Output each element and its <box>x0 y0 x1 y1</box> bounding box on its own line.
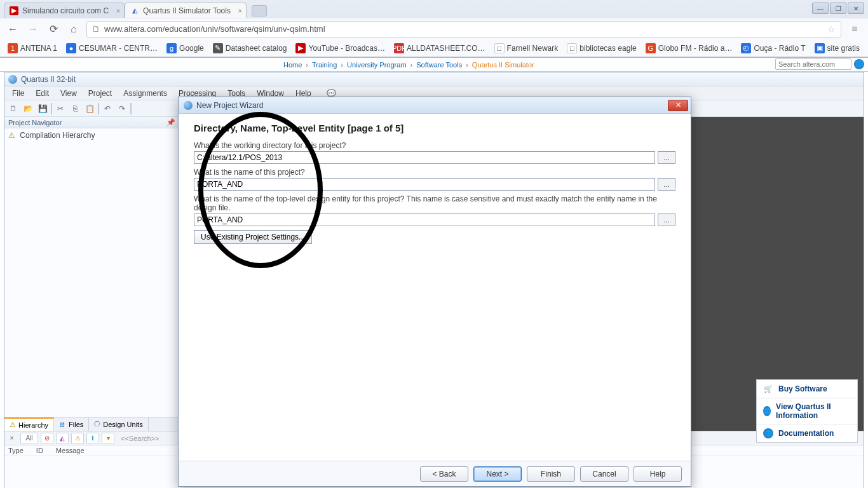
menu-project[interactable]: Project <box>83 88 117 99</box>
menu-file[interactable]: File <box>7 88 29 99</box>
bookmark-item[interactable]: ▶YouTube - Broadcas… <box>293 42 388 55</box>
bookmark-icon: 1 <box>8 43 18 53</box>
bookmark-item[interactable]: GGlobo FM - Rádio a… <box>643 42 735 55</box>
label-top-entity: What is the name of the top-level design… <box>194 194 675 212</box>
menu-assignments[interactable]: Assignments <box>118 88 172 99</box>
site-search: 🌐 <box>775 58 864 70</box>
new-tab-button[interactable] <box>252 5 267 17</box>
tab-files[interactable]: 🗎Files <box>54 417 89 431</box>
new-project-wizard-dialog: New Project Wizard ✕ Directory, Name, To… <box>178 97 691 487</box>
address-bar[interactable]: 🗋 www.altera.com/education/univ/software… <box>86 21 841 37</box>
msg-filter-info-icon[interactable]: ℹ <box>86 433 99 444</box>
browser-tab-active[interactable]: ◭ Quartus II Simulator Tools × <box>125 3 247 18</box>
help-button[interactable]: Help <box>634 466 682 482</box>
crumb-current: Quartus II Simulator <box>472 61 534 69</box>
bookmark-item[interactable]: PDFALLDATASHEET.CO… <box>391 42 488 55</box>
msg-filter-warning-icon[interactable]: ⚠ <box>71 433 84 444</box>
search-input[interactable] <box>775 58 851 70</box>
cancel-button[interactable]: Cancel <box>580 466 628 482</box>
bookmark-item[interactable]: ▣site gratis <box>812 42 862 55</box>
nav-toolbar: ← → ⟳ ⌂ 🗋 www.altera.com/education/univ/… <box>0 18 868 39</box>
forward-button[interactable]: → <box>25 22 41 37</box>
reload-button[interactable]: ⟳ <box>46 22 61 37</box>
crumb-link[interactable]: Home <box>283 61 302 69</box>
quartus-titlebar: Quartus II 32-bit <box>4 72 864 86</box>
view-info-button[interactable]: 🌐 View Quartus II Information <box>757 398 857 424</box>
msg-filter-critical-icon[interactable]: ◭ <box>56 433 69 444</box>
new-icon[interactable]: 🗋 <box>7 102 20 115</box>
open-icon[interactable]: 📂 <box>22 102 34 115</box>
bookmark-icon: ✎ <box>213 43 223 53</box>
browse-dir-button[interactable]: ... <box>658 151 675 164</box>
tab-hierarchy[interactable]: ⚠Hierarchy <box>4 417 54 431</box>
tab-close-icon[interactable]: × <box>238 7 241 15</box>
save-icon[interactable]: 💾 <box>36 102 49 115</box>
toolbar-divider <box>130 103 132 114</box>
tab-design-units[interactable]: ⎔Design Units <box>89 417 148 431</box>
msg-search-placeholder[interactable]: <<Search>> <box>121 435 159 442</box>
project-tree[interactable]: ⚠ Compilation Hierarchy <box>4 128 179 417</box>
undo-icon[interactable]: ↶ <box>101 102 114 115</box>
col-type: Type <box>8 447 24 454</box>
back-button[interactable]: ← <box>5 22 20 37</box>
msg-filter-extra-icon[interactable]: ▾ <box>102 433 114 444</box>
browse-name-button[interactable]: ... <box>658 178 675 191</box>
msg-filter-error-icon[interactable]: ⊘ <box>41 433 53 444</box>
search-go-icon[interactable]: 🌐 <box>854 59 864 69</box>
side-action-panel: 🛒 Buy Software 🌐 View Quartus II Informa… <box>756 379 858 443</box>
bookmark-item[interactable]: □bibliotecas eagle <box>564 42 639 55</box>
use-existing-settings-button[interactable]: Use Existing Project Settings... <box>194 230 312 244</box>
bookmark-item[interactable]: □Farnell Newark <box>492 42 561 55</box>
browse-entity-button[interactable]: ... <box>658 214 675 226</box>
browser-tab[interactable]: ▶ Simulando circuito com C × <box>4 3 125 18</box>
bookmark-star-icon[interactable]: ☆ <box>827 24 836 34</box>
dialog-title: New Project Wizard <box>196 101 263 110</box>
tab-title: Quartus II Simulator Tools <box>143 6 231 15</box>
globe-icon: 🗋 <box>92 24 100 34</box>
next-button[interactable]: Next > <box>473 466 522 482</box>
bookmark-icon: ◴ <box>741 43 751 53</box>
altera-header: Home› Training› University Program› Soft… <box>0 58 868 72</box>
crumb-link[interactable]: Software Tools <box>416 61 462 69</box>
paste-icon[interactable]: 📋 <box>83 102 96 115</box>
redo-icon[interactable]: ↷ <box>116 102 128 115</box>
dialog-close-button[interactable]: ✕ <box>668 100 688 111</box>
bookmark-item[interactable]: ●CESUMAR - CENTR… <box>64 42 160 55</box>
label-project-name: What is the name of this project? <box>194 168 675 177</box>
dialog-titlebar[interactable]: New Project Wizard ✕ <box>179 97 691 114</box>
project-name-input[interactable] <box>194 178 655 191</box>
working-dir-input[interactable] <box>194 151 655 164</box>
dialog-body: Directory, Name, Top-Level Entity [page … <box>179 114 691 461</box>
menu-edit[interactable]: Edit <box>31 88 54 99</box>
buy-software-button[interactable]: 🛒 Buy Software <box>757 380 857 398</box>
label-working-dir: What is the working directory for this p… <box>194 141 675 150</box>
chrome-menu-button[interactable]: ≡ <box>846 21 863 37</box>
copy-icon[interactable]: ⎘ <box>69 102 81 115</box>
page-icon: □ <box>567 43 577 53</box>
pin-icon[interactable]: 📌 <box>166 118 175 126</box>
finish-button[interactable]: Finish <box>527 466 575 482</box>
back-button[interactable]: < Back <box>420 466 468 482</box>
bookmark-icon: ● <box>66 43 76 53</box>
documentation-button[interactable]: 🌐 Documentation <box>757 424 857 442</box>
bookmark-item[interactable]: 1ANTENA 1 <box>5 42 60 55</box>
bookmark-item[interactable]: ◴Ouça - Rádio T <box>738 42 808 55</box>
window-maximize[interactable]: ❐ <box>830 3 846 14</box>
crumb-link[interactable]: University Program <box>347 61 407 69</box>
cart-icon: 🛒 <box>763 384 773 394</box>
menu-view[interactable]: View <box>55 88 82 99</box>
cut-icon[interactable]: ✂ <box>54 102 67 115</box>
bookmark-item[interactable]: ✎Datasheet catalog <box>210 42 290 55</box>
breadcrumb: Home› Training› University Program› Soft… <box>4 60 534 69</box>
col-message: Message <box>56 447 85 454</box>
tab-close-icon[interactable]: × <box>116 7 120 15</box>
bookmark-item[interactable]: gGoogle <box>164 42 207 55</box>
window-close[interactable]: ✕ <box>848 3 864 14</box>
youtube-icon: ▶ <box>295 43 306 53</box>
globe-icon: 🌐 <box>763 428 773 438</box>
crumb-link[interactable]: Training <box>312 61 337 69</box>
home-button[interactable]: ⌂ <box>66 22 81 37</box>
window-minimize[interactable]: — <box>812 3 829 14</box>
msg-filter-all[interactable]: All <box>20 433 38 444</box>
top-entity-input[interactable] <box>194 214 655 226</box>
